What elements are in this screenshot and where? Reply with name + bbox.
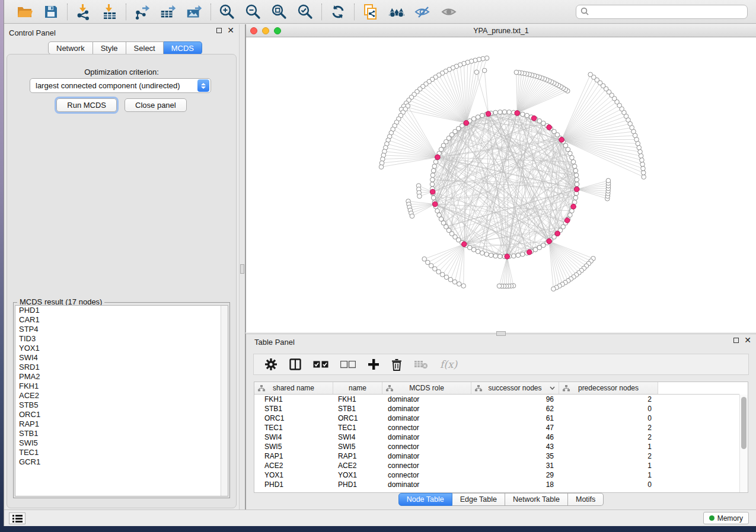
refresh-layout-icon[interactable]: [329, 3, 347, 21]
mcds-result-item[interactable]: PMA2: [15, 372, 228, 382]
network-canvas[interactable]: [246, 37, 756, 332]
tab-style[interactable]: Style: [93, 41, 126, 55]
tab-network-table[interactable]: Network Table: [505, 493, 568, 506]
tab-motifs[interactable]: Motifs: [568, 493, 604, 506]
node-table-body: FKH1FKH1dominator962STB1STB1dominator620…: [254, 395, 739, 492]
table-scrollbar-thumb[interactable]: [741, 397, 747, 449]
float-panel-icon[interactable]: [216, 28, 222, 33]
search-input-box[interactable]: [576, 5, 748, 19]
show-column-icon[interactable]: [289, 358, 301, 370]
run-mcds-button[interactable]: Run MCDS: [56, 98, 117, 112]
table-row[interactable]: SWI5SWI5connector431: [254, 442, 739, 451]
mcds-result-item[interactable]: STP4: [15, 325, 228, 334]
show-all-icon[interactable]: [440, 3, 458, 21]
mcds-result-list[interactable]: PHD1CAR1STP4TID3YOX1SWI4SRD1PMA2FKH1ACE2…: [15, 305, 228, 496]
table-row[interactable]: ORC1ORC1dominator610: [254, 414, 739, 423]
mcds-result-item[interactable]: ACE2: [15, 391, 228, 400]
attribute-type-icon: [386, 385, 393, 392]
tab-select[interactable]: Select: [126, 41, 164, 55]
export-network-icon[interactable]: [133, 3, 151, 21]
vertical-splitter-grip[interactable]: [240, 264, 244, 274]
network-title: YPA_prune.txt_1: [246, 27, 756, 35]
import-table-icon[interactable]: [101, 3, 119, 21]
zoom-in-icon[interactable]: [218, 3, 236, 21]
table-row[interactable]: PHD1PHD1dominator180: [254, 480, 739, 489]
table-row[interactable]: SWI4SWI4dominator462: [254, 432, 739, 442]
mcds-result-item[interactable]: SWI4: [15, 353, 228, 363]
control-panel-title: Control Panel: [9, 28, 56, 37]
vertical-splitter[interactable]: [239, 24, 245, 509]
export-table-icon[interactable]: [160, 3, 177, 21]
search-input[interactable]: [589, 8, 743, 16]
delete-column-trash-icon[interactable]: [391, 358, 402, 371]
table-row[interactable]: YOX1YOX1connector291: [254, 470, 739, 480]
duplicate-network-icon[interactable]: [362, 3, 379, 21]
mcds-result-item[interactable]: ORC1: [15, 410, 228, 419]
tab-edge-table[interactable]: Edge Table: [452, 493, 505, 506]
node-table: shared namenameMCDS rolesuccessor nodesp…: [254, 382, 748, 493]
horizontal-splitter-grip[interactable]: [496, 331, 506, 336]
close-panel-icon[interactable]: ✕: [227, 28, 234, 33]
mcds-result-item[interactable]: RAP1: [15, 419, 228, 429]
network-graph[interactable]: [246, 37, 756, 332]
tab-network[interactable]: Network: [48, 41, 93, 55]
table-row[interactable]: RAP1RAP1dominator352: [254, 451, 739, 461]
status-bar: Memory: [4, 509, 756, 526]
column-header-predecessor-nodes[interactable]: predecessor nodes: [559, 382, 658, 394]
save-session-icon[interactable]: [42, 3, 60, 21]
mcds-result-item[interactable]: SRD1: [15, 363, 228, 372]
criterion-dropdown[interactable]: largest connected component (undirected): [30, 78, 211, 93]
cell-shared-name: TEC1: [254, 423, 333, 432]
mcds-result-item[interactable]: PHD1: [15, 306, 228, 315]
float-panel-icon[interactable]: [733, 338, 739, 343]
zoom-selected-icon[interactable]: [296, 3, 314, 21]
zoom-out-icon[interactable]: [244, 3, 262, 21]
tab-node-table[interactable]: Node Table: [398, 493, 452, 506]
first-neighbors-icon[interactable]: [388, 3, 406, 21]
table-row[interactable]: FKH1FKH1dominator962: [254, 395, 739, 404]
table-row[interactable]: TEC1TEC1connector472: [254, 423, 739, 432]
mcds-result-item[interactable]: SWI5: [15, 438, 228, 448]
column-header-MCDS-role[interactable]: MCDS role: [382, 382, 471, 394]
table-settings-gear-icon[interactable]: [264, 358, 277, 371]
import-network-icon[interactable]: [75, 3, 92, 21]
column-header-successor-nodes[interactable]: successor nodes: [471, 382, 559, 394]
table-row[interactable]: STB1STB1dominator620: [254, 404, 739, 414]
create-column-plus-icon[interactable]: [368, 358, 379, 370]
export-image-icon[interactable]: [186, 3, 203, 21]
network-titlebar[interactable]: YPA_prune.txt_1: [246, 24, 756, 37]
cell-successor-nodes: 96: [471, 395, 559, 404]
deselect-all-rows-icon[interactable]: [340, 361, 356, 368]
column-header-name[interactable]: name: [333, 382, 382, 394]
criterion-dropdown-value: largest connected component (undirected): [30, 81, 197, 90]
cell-shared-name: SWI4: [254, 432, 333, 442]
mcds-result-item[interactable]: TID3: [15, 334, 228, 344]
optimization-criterion-label: Optimization criterion:: [7, 68, 236, 76]
panel-menu-button[interactable]: [9, 512, 25, 524]
mcds-result-item[interactable]: FKH1: [15, 382, 228, 391]
zoom-fit-icon[interactable]: [270, 3, 288, 21]
open-file-icon[interactable]: [16, 3, 34, 21]
select-all-rows-icon[interactable]: [313, 361, 328, 368]
hide-selected-icon[interactable]: [414, 3, 432, 21]
table-row[interactable]: ACE2ACE2connector311: [254, 461, 739, 470]
mcds-result-item[interactable]: CAR1: [15, 315, 228, 325]
cell-name: STB1: [333, 404, 382, 414]
cell-shared-name: PHD1: [254, 480, 333, 489]
mcds-result-item[interactable]: STB5: [15, 400, 228, 410]
node-table-header: shared namenameMCDS rolesuccessor nodesp…: [254, 382, 739, 395]
mcds-list-scrollbar[interactable]: [221, 306, 228, 496]
sort-chevron-icon[interactable]: [550, 386, 555, 390]
close-panel-button[interactable]: Close panel: [125, 98, 187, 112]
memory-button[interactable]: Memory: [703, 512, 749, 524]
cell-name: ACE2: [333, 461, 382, 470]
mcds-result-item[interactable]: GCR1: [15, 457, 228, 467]
tab-mcds[interactable]: MCDS: [164, 41, 202, 55]
delete-table-icon-disabled: [414, 360, 428, 369]
close-panel-icon[interactable]: ✕: [744, 338, 751, 343]
table-scrollbar[interactable]: [739, 395, 748, 492]
column-header-shared-name[interactable]: shared name: [254, 382, 333, 394]
mcds-result-item[interactable]: STB1: [15, 429, 228, 438]
mcds-result-item[interactable]: YOX1: [15, 344, 228, 353]
mcds-result-item[interactable]: TEC1: [15, 448, 228, 457]
